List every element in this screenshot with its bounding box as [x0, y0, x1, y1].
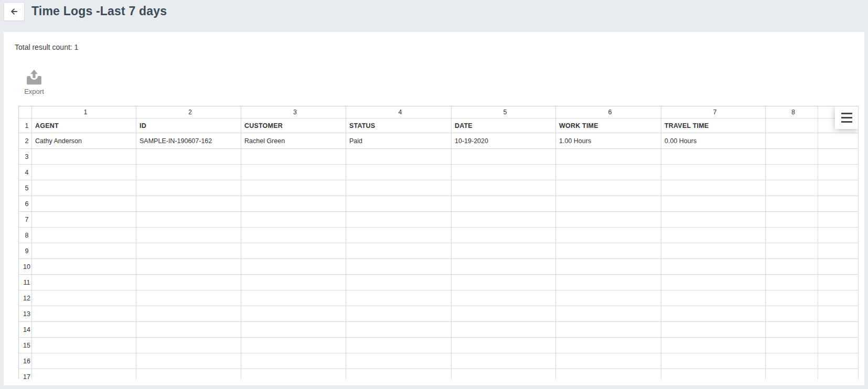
- field-header[interactable]: TRAVEL TIME: [661, 118, 766, 133]
- grid-cell[interactable]: [556, 243, 661, 259]
- column-number[interactable]: 6: [556, 106, 661, 118]
- grid-cell[interactable]: [556, 338, 661, 353]
- grid-cell[interactable]: [766, 243, 818, 259]
- grid-cell[interactable]: [346, 243, 452, 259]
- grid-cell[interactable]: [32, 322, 136, 338]
- grid-cell[interactable]: [818, 369, 859, 379]
- grid-cell[interactable]: [818, 338, 859, 353]
- grid-cell[interactable]: [32, 290, 136, 306]
- grid-cell[interactable]: [766, 259, 818, 275]
- row-number[interactable]: 3: [19, 149, 32, 165]
- row-number[interactable]: 10: [19, 259, 32, 275]
- grid-cell[interactable]: [661, 149, 766, 165]
- grid-cell[interactable]: [346, 290, 452, 306]
- grid-cell[interactable]: [556, 369, 661, 379]
- field-header[interactable]: DATE: [452, 118, 556, 133]
- grid-cell[interactable]: [136, 369, 241, 379]
- grid-cell[interactable]: [661, 196, 766, 212]
- grid-cell[interactable]: [556, 149, 661, 165]
- grid-cell[interactable]: [818, 259, 859, 275]
- grid-corner-cell[interactable]: [19, 106, 32, 118]
- grid-cell[interactable]: [766, 275, 818, 290]
- grid-cell[interactable]: [32, 180, 136, 196]
- grid-cell[interactable]: [556, 353, 661, 369]
- grid-cell[interactable]: [136, 259, 241, 275]
- grid-cell[interactable]: [32, 228, 136, 243]
- row-number[interactable]: 9: [19, 243, 32, 259]
- grid-cell[interactable]: [452, 306, 556, 322]
- grid-cell[interactable]: [241, 338, 346, 353]
- grid-cell[interactable]: [241, 180, 346, 196]
- grid-cell[interactable]: [136, 306, 241, 322]
- grid-cell[interactable]: [241, 259, 346, 275]
- grid-cell[interactable]: [452, 322, 556, 338]
- grid-cell[interactable]: [346, 275, 452, 290]
- column-number[interactable]: 5: [452, 106, 556, 118]
- row-number[interactable]: 2: [19, 133, 32, 149]
- grid-cell[interactable]: [818, 228, 859, 243]
- grid-cell[interactable]: [818, 196, 859, 212]
- grid-cell[interactable]: [241, 243, 346, 259]
- grid-cell[interactable]: [818, 322, 859, 338]
- row-number[interactable]: 6: [19, 196, 32, 212]
- grid-cell[interactable]: Rachel Green: [241, 133, 346, 149]
- grid-cell[interactable]: [556, 165, 661, 180]
- grid-cell[interactable]: [346, 338, 452, 353]
- grid-cell[interactable]: [346, 180, 452, 196]
- grid-cell[interactable]: [136, 228, 241, 243]
- grid-cell[interactable]: [766, 165, 818, 180]
- grid-cell[interactable]: [766, 290, 818, 306]
- grid-cell[interactable]: [32, 353, 136, 369]
- grid-cell[interactable]: Paid: [346, 133, 452, 149]
- grid-cell[interactable]: [32, 306, 136, 322]
- grid-cell[interactable]: [818, 353, 859, 369]
- grid-cell[interactable]: [661, 353, 766, 369]
- grid-cell[interactable]: [346, 149, 452, 165]
- grid-cell[interactable]: [346, 165, 452, 180]
- grid-cell[interactable]: [766, 369, 818, 379]
- grid-cell[interactable]: [452, 212, 556, 228]
- grid-cell[interactable]: [241, 212, 346, 228]
- grid-cell[interactable]: [241, 369, 346, 379]
- grid-cell[interactable]: [32, 165, 136, 180]
- grid-cell[interactable]: [136, 353, 241, 369]
- grid-cell[interactable]: [241, 149, 346, 165]
- grid-cell[interactable]: [136, 275, 241, 290]
- grid-cell[interactable]: [766, 133, 818, 149]
- grid-cell[interactable]: [32, 275, 136, 290]
- grid-cell[interactable]: [346, 322, 452, 338]
- grid-cell[interactable]: [136, 165, 241, 180]
- grid-cell[interactable]: [452, 275, 556, 290]
- row-number[interactable]: 17: [19, 369, 32, 379]
- grid-cell[interactable]: [818, 243, 859, 259]
- grid-cell[interactable]: [661, 338, 766, 353]
- grid-cell[interactable]: [241, 290, 346, 306]
- grid-cell[interactable]: [766, 353, 818, 369]
- grid-cell[interactable]: [241, 322, 346, 338]
- grid-cell[interactable]: [241, 306, 346, 322]
- grid-cell[interactable]: [346, 228, 452, 243]
- grid-cell[interactable]: [661, 322, 766, 338]
- grid-cell[interactable]: [136, 322, 241, 338]
- grid-cell[interactable]: [241, 196, 346, 212]
- grid-cell[interactable]: [346, 259, 452, 275]
- grid-cell[interactable]: [661, 228, 766, 243]
- header-empty-cell[interactable]: [766, 118, 818, 133]
- grid-cell[interactable]: [661, 275, 766, 290]
- grid-cell[interactable]: [818, 149, 859, 165]
- column-number[interactable]: 1: [32, 106, 136, 118]
- grid-cell[interactable]: [452, 338, 556, 353]
- grid-cell[interactable]: [136, 243, 241, 259]
- grid-cell[interactable]: [766, 338, 818, 353]
- grid-cell[interactable]: [661, 165, 766, 180]
- grid-cell[interactable]: [452, 228, 556, 243]
- grid-cell[interactable]: [818, 133, 859, 149]
- field-header[interactable]: CUSTOMER: [241, 118, 346, 133]
- grid-cell[interactable]: [661, 180, 766, 196]
- grid-cell[interactable]: [766, 149, 818, 165]
- grid-cell[interactable]: [766, 180, 818, 196]
- grid-cell[interactable]: [661, 243, 766, 259]
- grid-cell[interactable]: [346, 369, 452, 379]
- column-number[interactable]: 3: [241, 106, 346, 118]
- grid-cell[interactable]: [556, 290, 661, 306]
